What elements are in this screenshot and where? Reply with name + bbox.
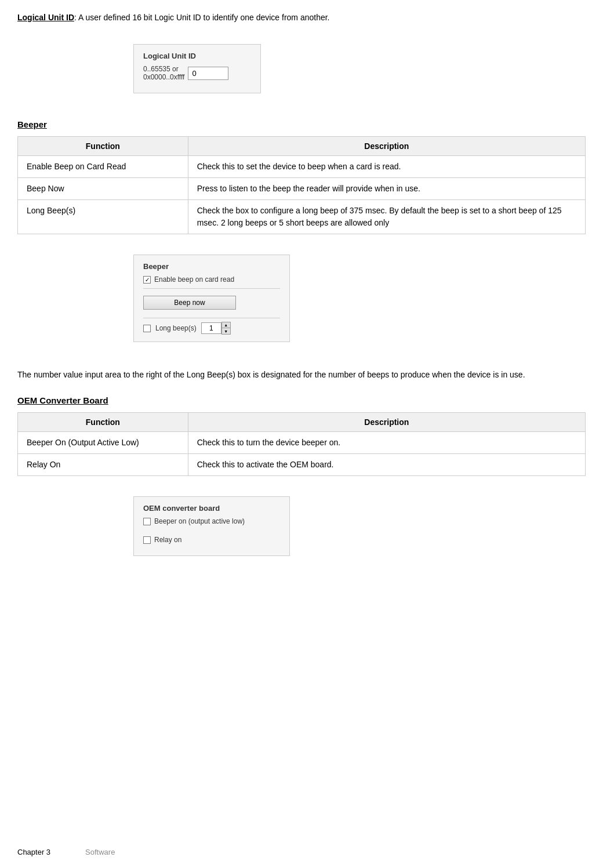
oem-table-header-function: Function: [18, 413, 188, 432]
logical-unit-id-label: Logical Unit ID: [17, 13, 74, 22]
beeper-enable-row[interactable]: Enable beep on card read: [143, 275, 280, 284]
number-value-paragraph: The number value input area to the right…: [17, 368, 586, 381]
intro-text-suffix: : A user defined 16 bit Logic Unit ID to…: [74, 13, 330, 22]
footer-label: Software: [85, 848, 115, 856]
oem-table-header-description: Description: [188, 413, 585, 432]
oem-table-row: Beeper On (Output Active Low)Check this …: [18, 432, 586, 454]
oem-row-function: Beeper On (Output Active Low): [18, 432, 188, 454]
beeper-section-title: Beeper: [17, 119, 586, 129]
beeper-divider-1: [143, 288, 280, 289]
oem-relay-label: Relay on: [154, 536, 181, 544]
long-beep-input[interactable]: [201, 322, 221, 334]
enable-beep-checkbox[interactable]: [143, 276, 151, 284]
logical-unit-screenshot-title: Logical Unit ID: [143, 52, 251, 60]
long-beep-up-arrow[interactable]: ▲: [222, 322, 230, 328]
long-beep-arrows: ▲ ▼: [221, 322, 231, 335]
oem-beeper-row[interactable]: Beeper on (output active low): [143, 517, 280, 525]
oem-beeper-checkbox[interactable]: [143, 518, 151, 525]
oem-relay-row[interactable]: Relay on: [143, 536, 280, 544]
oem-relay-checkbox[interactable]: [143, 536, 151, 544]
logical-unit-row: 0..65535 or 0x0000..0xffff: [143, 65, 251, 81]
long-beep-down-arrow[interactable]: ▼: [222, 328, 230, 334]
oem-ui-title: OEM converter board: [143, 504, 280, 513]
beeper-row-description: Check this to set the device to beep whe…: [188, 156, 585, 178]
oem-beeper-label: Beeper on (output active low): [154, 517, 245, 525]
oem-table-row: Relay OnCheck this to activate the OEM b…: [18, 454, 586, 476]
long-beep-row: Long beep(s) ▲ ▼: [143, 322, 280, 335]
oem-row-description: Check this to activate the OEM board.: [188, 454, 585, 476]
beeper-ui-screenshot: Beeper Enable beep on card read Beep now…: [133, 255, 290, 342]
intro-paragraph: Logical Unit ID: A user defined 16 bit L…: [17, 12, 586, 24]
footer-chapter: Chapter 3: [17, 848, 50, 856]
beeper-table-row: Long Beep(s)Check the box to configure a…: [18, 200, 586, 234]
long-beep-label: Long beep(s): [155, 324, 197, 332]
beeper-table: Function Description Enable Beep on Card…: [17, 136, 586, 234]
beeper-table-header-function: Function: [18, 137, 188, 156]
beeper-row-description: Check the box to configure a long beep o…: [188, 200, 585, 234]
beeper-table-header-description: Description: [188, 137, 585, 156]
oem-row-description: Check this to turn the device beeper on.: [188, 432, 585, 454]
beeper-table-row: Enable Beep on Card ReadCheck this to se…: [18, 156, 586, 178]
beeper-ui-wrapper: Beeper Enable beep on card read Beep now…: [17, 246, 586, 354]
beeper-divider-2: [143, 318, 280, 318]
beeper-row-description: Press to listen to the beep the reader w…: [188, 178, 585, 200]
long-beep-checkbox[interactable]: [143, 325, 151, 332]
page-footer: Chapter 3 Software: [17, 848, 115, 856]
oem-section-title: OEM Converter Board: [17, 395, 586, 405]
oem-spacer: [143, 530, 280, 536]
enable-beep-label: Enable beep on card read: [154, 275, 234, 284]
beep-now-button[interactable]: Beep now: [143, 296, 236, 310]
logical-unit-screenshot: Logical Unit ID 0..65535 or 0x0000..0xff…: [133, 44, 261, 93]
beeper-row-function: Enable Beep on Card Read: [18, 156, 188, 178]
long-beep-spinbox[interactable]: ▲ ▼: [201, 322, 231, 335]
oem-ui-wrapper: OEM converter board Beeper on (output ac…: [17, 488, 586, 568]
beep-now-row: Beep now: [143, 292, 280, 313]
beeper-ui-title: Beeper: [143, 262, 280, 271]
oem-ui-screenshot: OEM converter board Beeper on (output ac…: [133, 496, 290, 556]
oem-table: Function Description Beeper On (Output A…: [17, 412, 586, 476]
logical-unit-wrapper: Logical Unit ID 0..65535 or 0x0000..0xff…: [17, 35, 586, 105]
logical-unit-range: 0..65535 or 0x0000..0xffff: [143, 65, 184, 81]
logical-unit-input[interactable]: [188, 67, 228, 80]
beeper-row-function: Beep Now: [18, 178, 188, 200]
beeper-table-row: Beep NowPress to listen to the beep the …: [18, 178, 586, 200]
oem-row-function: Relay On: [18, 454, 188, 476]
beeper-row-function: Long Beep(s): [18, 200, 188, 234]
